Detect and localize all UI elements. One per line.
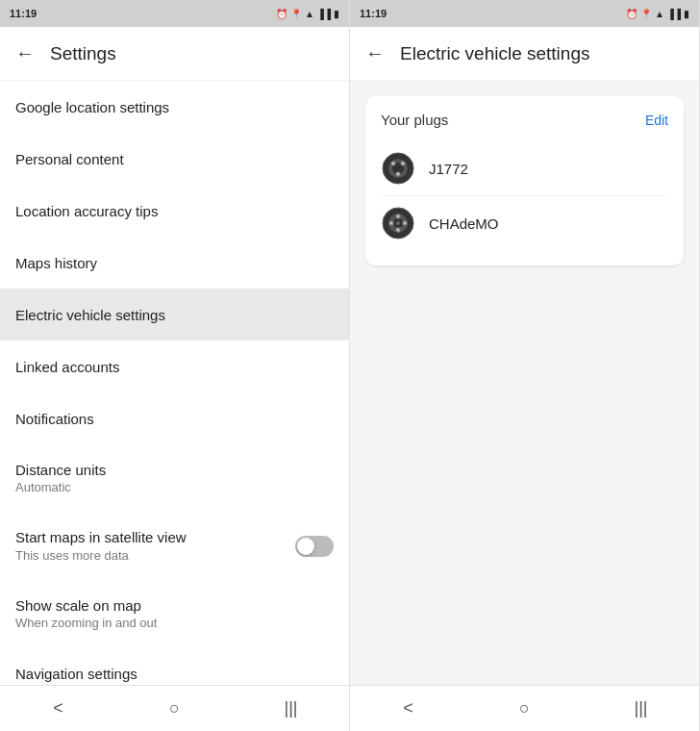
svg-point-8 — [397, 173, 399, 175]
nav-home-right[interactable]: ○ — [502, 686, 548, 732]
edit-plugs-button[interactable]: Edit — [645, 113, 668, 128]
item-subtitle-distance-units: Automatic — [15, 480, 334, 494]
top-bar-right: ← Electric vehicle settings — [350, 27, 699, 81]
item-title-satellite: Start maps in satellite view — [15, 529, 187, 545]
battery-icon-right: ▮ — [684, 9, 689, 19]
svg-point-19 — [404, 222, 406, 224]
location-icon-right: 📍 — [640, 9, 652, 19]
satellite-row: Start maps in satellite view This uses m… — [15, 529, 334, 563]
nav-bar-right: < ○ ||| — [350, 685, 699, 731]
nav-recent-right[interactable]: ||| — [618, 686, 664, 732]
settings-item-google-location[interactable]: Google location settings — [0, 81, 349, 133]
alarm-icon: ⏰ — [276, 9, 288, 19]
plug-name-j1772: J1772 — [429, 161, 468, 177]
item-title-personal-content: Personal content — [15, 151, 334, 167]
item-title-location-accuracy: Location accuracy tips — [15, 203, 334, 219]
j1772-icon — [381, 151, 415, 186]
nav-recent-left[interactable]: ||| — [268, 686, 314, 732]
battery-icon: ▮ — [334, 9, 339, 19]
status-icons-left: ⏰ 📍 ▲ ▐▐ ▮ — [276, 9, 339, 19]
nav-back-right[interactable]: < — [386, 686, 432, 732]
item-title-maps-history: Maps history — [15, 255, 334, 271]
top-bar-left: ← Settings — [0, 27, 349, 81]
page-title-left: Settings — [50, 43, 116, 64]
satellite-text: Start maps in satellite view This uses m… — [15, 529, 187, 563]
settings-item-show-scale[interactable]: Show scale on map When zooming in and ou… — [0, 580, 349, 647]
plug-item-j1772[interactable]: J1772 — [381, 141, 668, 196]
svg-point-16 — [397, 215, 399, 217]
ev-settings-panel: 11:19 ⏰ 📍 ▲ ▐▐ ▮ ← Electric vehicle sett… — [350, 0, 700, 731]
chademo-icon — [381, 206, 415, 240]
time-left: 11:19 — [10, 8, 37, 19]
nav-bar-left: < ○ ||| — [0, 685, 349, 731]
plug-name-chademo: CHAdeMO — [429, 215, 499, 232]
wifi-icon: ▲ — [305, 9, 314, 19]
settings-item-maps-history[interactable]: Maps history — [0, 237, 349, 289]
plugs-card: Your plugs Edit J1772 — [365, 96, 684, 265]
alarm-icon-right: ⏰ — [626, 9, 638, 19]
item-subtitle-show-scale: When zooming in and out — [15, 616, 334, 630]
back-button-left[interactable]: ← — [15, 42, 35, 64]
plugs-card-title: Your plugs — [381, 112, 448, 128]
item-title-google-location: Google location settings — [15, 99, 334, 115]
item-subtitle-satellite: This uses more data — [15, 548, 187, 563]
wifi-icon-right: ▲ — [655, 9, 664, 19]
settings-panel: 11:19 ⏰ 📍 ▲ ▐▐ ▮ ← Settings Google locat… — [0, 0, 350, 731]
settings-item-personal-content[interactable]: Personal content — [0, 133, 349, 185]
back-button-right[interactable]: ← — [365, 42, 385, 64]
svg-point-6 — [392, 163, 394, 164]
nav-home-left[interactable]: ○ — [152, 686, 198, 732]
settings-item-ev-settings[interactable]: Electric vehicle settings — [0, 289, 349, 340]
svg-point-20 — [396, 221, 400, 225]
settings-item-distance-units[interactable]: Distance units Automatic — [0, 444, 349, 512]
settings-item-notifications[interactable]: Notifications — [0, 392, 349, 444]
item-title-notifications: Notifications — [15, 411, 334, 427]
svg-point-7 — [402, 163, 404, 164]
status-icons-right: ⏰ 📍 ▲ ▐▐ ▮ — [626, 9, 689, 19]
nav-back-left[interactable]: < — [36, 686, 82, 732]
settings-item-satellite-view[interactable]: Start maps in satellite view This uses m… — [0, 512, 349, 580]
plugs-card-header: Your plugs Edit — [381, 112, 668, 128]
item-title-navigation: Navigation settings — [15, 666, 334, 682]
settings-item-linked-accounts[interactable]: Linked accounts — [0, 340, 349, 392]
ev-content: Your plugs Edit J1772 — [350, 81, 699, 685]
item-title-distance-units: Distance units — [15, 462, 334, 478]
item-title-show-scale: Show scale on map — [15, 597, 334, 614]
settings-item-location-accuracy[interactable]: Location accuracy tips — [0, 185, 349, 237]
settings-item-navigation[interactable]: Navigation settings — [0, 647, 349, 685]
signal-icon: ▐▐ — [317, 9, 331, 19]
plug-item-chademo[interactable]: CHAdeMO — [381, 196, 668, 250]
satellite-toggle[interactable] — [295, 536, 334, 557]
signal-icon-right: ▐▐ — [667, 9, 681, 19]
location-icon: 📍 — [290, 9, 302, 19]
status-bar-left: 11:19 ⏰ 📍 ▲ ▐▐ ▮ — [0, 0, 349, 27]
status-bar-right: 11:19 ⏰ 📍 ▲ ▐▐ ▮ — [350, 0, 699, 27]
settings-list: Google location settings Personal conten… — [0, 81, 349, 685]
item-title-ev-settings: Electric vehicle settings — [15, 307, 334, 323]
time-right: 11:19 — [360, 8, 387, 19]
page-title-right: Electric vehicle settings — [400, 43, 589, 64]
svg-point-17 — [397, 229, 399, 231]
svg-point-18 — [390, 222, 392, 224]
item-title-linked-accounts: Linked accounts — [15, 359, 334, 375]
